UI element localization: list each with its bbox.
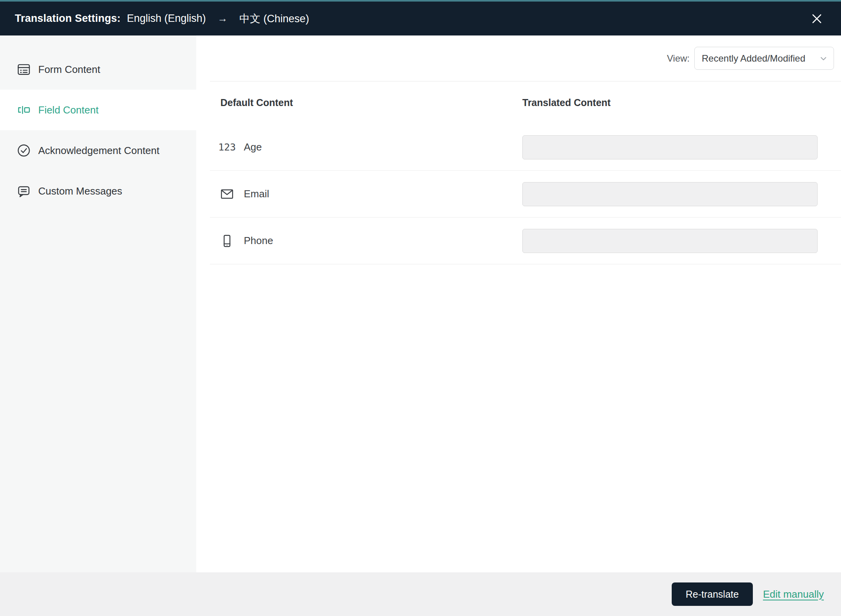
translated-content-input[interactable] xyxy=(522,182,818,206)
default-content-cell: 123 Age xyxy=(210,140,522,155)
target-language: 中文 (Chinese) xyxy=(240,12,309,26)
source-language: English (English) xyxy=(127,12,206,25)
translated-content-input[interactable] xyxy=(522,135,818,159)
field-label: Age xyxy=(244,141,262,153)
re-translate-button[interactable]: Re-translate xyxy=(672,582,753,606)
view-dropdown-value: Recently Added/Modified xyxy=(702,53,806,64)
main-content: View: Recently Added/Modified Default Co… xyxy=(196,35,841,572)
message-icon xyxy=(16,184,31,198)
table-row: Phone xyxy=(210,218,841,264)
sidebar: Form Content Field Content xyxy=(0,35,196,572)
field-label: Email xyxy=(244,188,269,200)
edit-manually-link[interactable]: Edit manually xyxy=(763,588,824,600)
arrow-right-icon: → xyxy=(218,12,228,25)
view-label: View: xyxy=(667,53,690,64)
translated-content-cell xyxy=(522,135,841,159)
sidebar-item-acknowledgement-content[interactable]: Acknowledgement Content xyxy=(0,130,196,171)
view-dropdown[interactable]: Recently Added/Modified xyxy=(694,47,834,70)
default-content-cell: Phone xyxy=(210,234,522,248)
sidebar-item-form-content[interactable]: Form Content xyxy=(0,49,196,90)
table-row: 123 Age xyxy=(210,124,841,171)
footer: Re-translate Edit manually xyxy=(0,572,841,616)
table-header: Default Content Translated Content xyxy=(210,81,841,124)
chevron-down-icon xyxy=(819,54,828,63)
check-circle-icon xyxy=(16,143,31,158)
phone-icon xyxy=(220,234,234,248)
content-table: Default Content Translated Content 123 A… xyxy=(210,81,841,264)
sidebar-item-field-content[interactable]: Field Content xyxy=(0,90,196,130)
translation-settings-modal: Translation Settings: English (English) … xyxy=(0,0,841,616)
view-toolbar: View: Recently Added/Modified xyxy=(210,35,841,81)
field-icon xyxy=(16,103,31,117)
sidebar-item-label: Field Content xyxy=(38,104,99,116)
modal-title: Translation Settings: xyxy=(15,12,121,25)
email-icon xyxy=(220,187,234,202)
field-label: Phone xyxy=(244,235,273,247)
translated-content-cell xyxy=(522,229,841,253)
close-icon xyxy=(810,12,823,25)
topbar: Translation Settings: English (English) … xyxy=(0,0,841,35)
sidebar-item-custom-messages[interactable]: Custom Messages xyxy=(0,171,196,211)
sidebar-item-label: Custom Messages xyxy=(38,185,122,197)
default-content-cell: Email xyxy=(210,187,522,202)
column-header-default-content: Default Content xyxy=(210,97,522,108)
close-button[interactable] xyxy=(808,10,825,27)
table-row: Email xyxy=(210,171,841,218)
form-icon xyxy=(16,62,31,77)
sidebar-item-label: Acknowledgement Content xyxy=(38,145,160,157)
translated-content-input[interactable] xyxy=(522,229,818,253)
empty-area xyxy=(196,264,841,572)
sidebar-item-label: Form Content xyxy=(38,64,100,76)
column-header-translated-content: Translated Content xyxy=(522,97,610,108)
number-icon: 123 xyxy=(220,140,234,155)
language-pair: English (English) → 中文 (Chinese) xyxy=(127,12,309,26)
translated-content-cell xyxy=(522,182,841,206)
